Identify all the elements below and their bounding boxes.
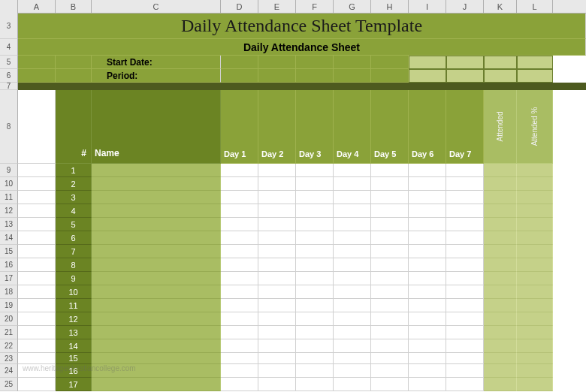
row-number[interactable]: 7 xyxy=(56,245,92,258)
day-cell[interactable] xyxy=(334,218,371,231)
row-header[interactable]: 12 xyxy=(0,204,18,218)
day-cell[interactable] xyxy=(221,378,258,391)
name-cell[interactable] xyxy=(92,272,221,285)
row-header[interactable]: 17 xyxy=(0,272,18,285)
attended-pct-cell[interactable] xyxy=(517,272,553,285)
attended-pct-cell[interactable] xyxy=(517,312,553,326)
th-day5[interactable]: Day 5 xyxy=(371,90,409,164)
day-cell[interactable] xyxy=(409,378,446,391)
day-cell[interactable] xyxy=(296,245,334,258)
row-header[interactable]: 14 xyxy=(0,231,18,245)
day-cell[interactable] xyxy=(409,177,446,191)
day-cell[interactable] xyxy=(409,245,446,258)
day-cell[interactable] xyxy=(221,191,258,204)
day-cell[interactable] xyxy=(409,218,446,231)
day-cell[interactable] xyxy=(258,326,296,339)
day-cell[interactable] xyxy=(446,326,484,339)
day-cell[interactable] xyxy=(221,177,258,191)
day-cell[interactable] xyxy=(296,177,334,191)
day-cell[interactable] xyxy=(296,353,334,364)
row-header[interactable]: 20 xyxy=(0,312,18,326)
day-cell[interactable] xyxy=(296,231,334,245)
attended-cell[interactable] xyxy=(484,204,517,218)
col-header-k[interactable]: K xyxy=(484,0,517,14)
col-header-l[interactable]: L xyxy=(517,0,553,14)
attended-cell[interactable] xyxy=(484,326,517,339)
attended-pct-cell[interactable] xyxy=(517,326,553,339)
attended-cell[interactable] xyxy=(484,339,517,353)
row-header[interactable]: 5 xyxy=(0,56,18,69)
day-cell[interactable] xyxy=(258,272,296,285)
start-date-input[interactable] xyxy=(446,56,484,69)
sheet-title[interactable]: Daily Attendance Sheet Template xyxy=(18,14,586,39)
day-cell[interactable] xyxy=(334,364,371,378)
attended-pct-cell[interactable] xyxy=(517,231,553,245)
cell[interactable] xyxy=(18,272,56,285)
day-cell[interactable] xyxy=(221,285,258,299)
row-header[interactable]: 15 xyxy=(0,245,18,258)
cell[interactable] xyxy=(18,69,56,83)
cell[interactable] xyxy=(371,69,409,83)
row-number[interactable]: 13 xyxy=(56,326,92,339)
col-header-d[interactable]: D xyxy=(221,0,258,14)
day-cell[interactable] xyxy=(334,258,371,272)
day-cell[interactable] xyxy=(258,364,296,378)
col-header-i[interactable]: I xyxy=(409,0,446,14)
day-cell[interactable] xyxy=(334,353,371,364)
day-cell[interactable] xyxy=(296,299,334,312)
day-cell[interactable] xyxy=(334,378,371,391)
name-cell[interactable] xyxy=(92,326,221,339)
day-cell[interactable] xyxy=(296,326,334,339)
attended-pct-cell[interactable] xyxy=(517,191,553,204)
row-number[interactable]: 8 xyxy=(56,258,92,272)
day-cell[interactable] xyxy=(446,272,484,285)
day-cell[interactable] xyxy=(334,272,371,285)
name-cell[interactable] xyxy=(92,191,221,204)
attended-cell[interactable] xyxy=(484,272,517,285)
day-cell[interactable] xyxy=(258,204,296,218)
day-cell[interactable] xyxy=(409,272,446,285)
day-cell[interactable] xyxy=(258,231,296,245)
row-number[interactable]: 3 xyxy=(56,191,92,204)
th-name[interactable]: Name xyxy=(92,90,221,164)
th-day1[interactable]: Day 1 xyxy=(221,90,258,164)
day-cell[interactable] xyxy=(446,204,484,218)
cell[interactable] xyxy=(18,339,56,353)
cell[interactable] xyxy=(334,69,371,83)
row-header[interactable]: 4 xyxy=(0,39,18,56)
day-cell[interactable] xyxy=(371,272,409,285)
day-cell[interactable] xyxy=(371,339,409,353)
day-cell[interactable] xyxy=(371,218,409,231)
attended-pct-cell[interactable] xyxy=(517,339,553,353)
row-number[interactable]: 2 xyxy=(56,177,92,191)
day-cell[interactable] xyxy=(371,326,409,339)
cell[interactable] xyxy=(18,364,56,378)
day-cell[interactable] xyxy=(409,258,446,272)
day-cell[interactable] xyxy=(409,339,446,353)
row-header[interactable]: 25 xyxy=(0,378,18,391)
attended-cell[interactable] xyxy=(484,191,517,204)
row-number[interactable]: 6 xyxy=(56,231,92,245)
row-number[interactable]: 1 xyxy=(56,164,92,177)
cell[interactable] xyxy=(18,204,56,218)
row-header[interactable]: 6 xyxy=(0,69,18,83)
day-cell[interactable] xyxy=(334,285,371,299)
name-cell[interactable] xyxy=(92,218,221,231)
day-cell[interactable] xyxy=(334,245,371,258)
name-cell[interactable] xyxy=(92,258,221,272)
day-cell[interactable] xyxy=(221,245,258,258)
cell[interactable] xyxy=(56,69,92,83)
name-cell[interactable] xyxy=(92,364,221,378)
row-header[interactable]: 9 xyxy=(0,164,18,177)
col-header-a[interactable]: A xyxy=(18,0,56,14)
cell[interactable] xyxy=(18,90,56,164)
day-cell[interactable] xyxy=(221,272,258,285)
day-cell[interactable] xyxy=(334,177,371,191)
row-number[interactable]: 11 xyxy=(56,299,92,312)
day-cell[interactable] xyxy=(296,339,334,353)
day-cell[interactable] xyxy=(446,191,484,204)
cell[interactable] xyxy=(334,56,371,69)
row-number[interactable]: 17 xyxy=(56,378,92,391)
day-cell[interactable] xyxy=(334,204,371,218)
attended-pct-cell[interactable] xyxy=(517,378,553,391)
